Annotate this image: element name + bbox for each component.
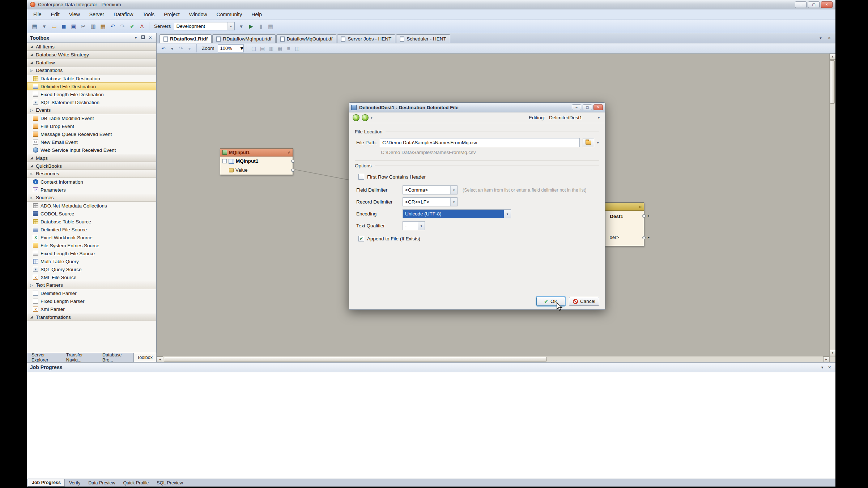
scroll-up-icon[interactable]: ▲ — [830, 53, 836, 60]
menu-tools[interactable]: Tools — [138, 9, 159, 19]
toolbox-item-web-service-input-received-event[interactable]: Web Service Input Received Event — [27, 146, 156, 154]
toolbox-item-db-table-modified-event[interactable]: DB Table Modified Event — [27, 114, 156, 122]
open-icon[interactable]: ▭ — [50, 22, 59, 31]
restore-button[interactable]: ▢ — [808, 1, 820, 8]
horizontal-scrollbar[interactable]: ◄ ► — [157, 356, 829, 362]
toolbox-item-xml-file-source[interactable]: XML File Source — [27, 273, 156, 281]
menu-project[interactable]: Project — [159, 9, 184, 19]
toolbox-group-text-parsers[interactable]: ▷Text Parsers — [27, 281, 156, 289]
close-icon[interactable]: ✕ — [826, 364, 833, 371]
scroll-down-icon[interactable]: ▼ — [830, 350, 836, 356]
toolbox-item-fixed-length-file-source[interactable]: Fixed Length File Source — [27, 249, 156, 257]
job-progress-header[interactable]: Job Progress ▾✕ — [27, 363, 835, 372]
output-port[interactable] — [642, 214, 646, 218]
dropdown-icon[interactable]: ▾ — [450, 198, 457, 206]
toolbox-group-maps[interactable]: ◢Maps — [27, 154, 156, 162]
forward-icon[interactable]: › — [362, 114, 369, 121]
paste-icon[interactable]: ▦ — [98, 22, 107, 31]
bottom-tab-data-preview[interactable]: Data Preview — [85, 479, 119, 487]
print-icon[interactable]: ▤ — [259, 44, 267, 52]
bottom-tab-quick-profile[interactable]: Quick Profile — [120, 479, 153, 487]
menu-edit[interactable]: Edit — [46, 9, 64, 19]
pause-icon[interactable]: ▮ — [256, 22, 265, 31]
checkbox-box[interactable]: ✔ — [358, 236, 364, 241]
toolbox-item-xml-parser[interactable]: Xml Parser — [27, 305, 156, 313]
minimize-button[interactable]: – — [572, 104, 581, 110]
layout-icon[interactable]: ◫ — [293, 44, 301, 52]
close-button[interactable]: ✕ — [593, 104, 603, 110]
window-position-icon[interactable]: ▾ — [819, 364, 825, 371]
align-icon[interactable]: ≡ — [285, 44, 293, 52]
dropdown-icon[interactable]: ▾ — [598, 116, 600, 120]
collapse-chevron-icon[interactable]: » — [287, 151, 292, 154]
node-mqinput1-root-row[interactable]: MQInput1 — [220, 157, 293, 166]
copy-icon[interactable]: ▥ — [89, 22, 98, 31]
toolbox-panel-header[interactable]: Toolbox ▾✕ — [27, 33, 156, 43]
scroll-left-icon[interactable]: ◄ — [157, 356, 163, 363]
horizontal-scroll-track[interactable] — [163, 356, 823, 362]
checkbox-box[interactable] — [358, 174, 364, 180]
back-icon[interactable]: ‹ — [353, 114, 359, 121]
toolbox-item-delimited-file-source[interactable]: Delimited File Source — [27, 226, 156, 234]
font-icon[interactable]: A — [137, 22, 146, 31]
tab-rdataflowmqinput-rtdf[interactable]: RDataflowMqInput.rtdf — [212, 34, 275, 43]
menu-community[interactable]: Community — [212, 9, 247, 19]
toolbox-item-file-system-entries-source[interactable]: File System Entries Source — [27, 241, 156, 249]
redo-icon[interactable]: ↷ — [177, 44, 185, 52]
toolbox-group-quickbooks[interactable]: ◢QuickBooks — [27, 162, 156, 170]
zoom-fit-icon[interactable]: ▢ — [250, 44, 258, 52]
toolbox-group-events[interactable]: ▷Events — [27, 106, 156, 114]
tab-dataflowmqoutput-df[interactable]: DataflowMqOutput.df — [276, 34, 337, 43]
grid-icon[interactable]: ▦ — [276, 44, 284, 52]
redo-dropdown-icon[interactable]: ▾ — [186, 44, 193, 52]
dropdown-icon[interactable]: ▾ — [418, 222, 425, 230]
toolbox-item-cobol-source[interactable]: COBOL Source — [27, 210, 156, 218]
toolbox-item-fixed-length-parser[interactable]: Fixed Length Parser — [27, 297, 156, 305]
toolbox-group-sources[interactable]: ▷Sources — [27, 194, 156, 202]
toolbox-item-sql-query-source[interactable]: SQL Query Source — [27, 265, 156, 273]
node-mqinput1[interactable]: MQInput1 » MQInput1 Value — [220, 148, 293, 175]
window-position-icon[interactable]: ▾ — [133, 35, 139, 41]
menu-file[interactable]: File — [29, 9, 46, 19]
menu-server[interactable]: Server — [85, 9, 109, 19]
horizontal-scroll-thumb[interactable] — [164, 357, 547, 361]
dialog-title-bar[interactable]: DelimitedDest1 : Destination Delimited F… — [349, 103, 605, 112]
output-port[interactable] — [291, 168, 294, 172]
pin-icon[interactable] — [140, 35, 146, 41]
new-document-icon[interactable]: ▤ — [30, 22, 39, 31]
dropdown-icon[interactable]: ▾ — [450, 186, 457, 194]
undo-icon[interactable]: ↶ — [108, 22, 117, 31]
panel-tab-toolbox[interactable]: Toolbox — [133, 353, 156, 362]
output-port[interactable] — [642, 236, 646, 239]
bottom-tab-verify[interactable]: Verify — [65, 479, 84, 487]
toolbox-group-destinations[interactable]: ▷Destinations — [27, 67, 156, 74]
menu-view[interactable]: View — [64, 9, 85, 19]
vertical-scroll-track[interactable] — [830, 60, 835, 350]
encoding-combo[interactable]: Unicode (UTF-8) ▾ — [403, 209, 511, 218]
vertical-scrollbar[interactable]: ▲ ▼ — [829, 53, 835, 356]
toolbox-item-database-table-destination[interactable]: Database Table Destination — [27, 74, 156, 82]
toolbox-item-delimited-parser[interactable]: Delimited Parser — [27, 289, 156, 297]
dropdown-icon[interactable]: ▾ — [504, 210, 511, 218]
undo-icon[interactable]: ↶ — [159, 44, 167, 52]
vertical-scroll-thumb[interactable] — [830, 60, 835, 104]
toolbox-item-excel-workbook-source[interactable]: Excel Workbook Source — [27, 234, 156, 241]
node-mqinput1-header[interactable]: MQInput1 » — [220, 149, 293, 157]
field-delimiter-combo[interactable]: <Comma> ▾ — [403, 185, 458, 194]
toolbox-item-parameters[interactable]: Parameters — [27, 186, 156, 194]
menu-window[interactable]: Window — [184, 9, 212, 19]
verify-icon[interactable]: ✔ — [128, 22, 137, 31]
undo-dropdown-icon[interactable]: ▾ — [168, 44, 176, 52]
save-all-icon[interactable]: ▣ — [69, 22, 78, 31]
panel-tab-transfer-navig[interactable]: Transfer Navig... — [63, 353, 98, 362]
panel-tab-server-explorer[interactable]: Server Explorer — [28, 353, 62, 362]
toolbox-item-delimited-file-destination[interactable]: Delimited File Destination — [27, 82, 156, 90]
layout-icon[interactable]: ▦ — [266, 22, 275, 31]
tab-rdataflow1-rtdf[interactable]: RDataflow1.Rtdf — [159, 34, 212, 43]
restore-button[interactable]: ▢ — [583, 104, 592, 110]
toolbox-item-ado-net-metadata-collections[interactable]: ADO.Net Metadata Collections — [27, 202, 156, 210]
file-path-input[interactable]: C:\Demo Data\Samples\NamesFromMq.csv — [380, 138, 580, 147]
toolbox-group-dataflow[interactable]: ◢Dataflow — [27, 59, 156, 67]
zoom-level-select[interactable]: 100% ▾ — [218, 44, 244, 52]
close-icon[interactable]: ✕ — [147, 35, 153, 41]
